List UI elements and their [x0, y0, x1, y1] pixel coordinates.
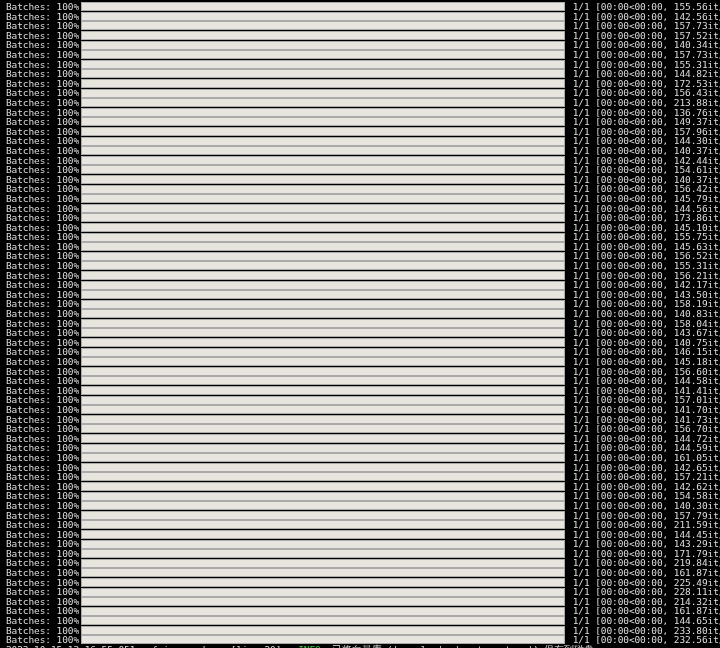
progress-bar-fill	[82, 358, 564, 365]
progress-bar	[81, 588, 565, 597]
progress-bar-fill	[82, 214, 564, 221]
progress-bar	[81, 367, 565, 376]
progress-bar-fill	[82, 339, 564, 346]
progress-bar-fill	[82, 42, 564, 49]
progress-bar	[81, 511, 565, 520]
progress-bar	[81, 137, 565, 146]
progress-bar-fill	[82, 262, 564, 269]
progress-bar-fill	[82, 502, 564, 509]
progress-bar	[81, 626, 565, 635]
progress-bar-fill	[82, 368, 564, 375]
progress-bar	[81, 252, 565, 261]
progress-bar	[81, 108, 565, 117]
progress-bar-fill	[82, 569, 564, 576]
progress-bar-fill	[82, 473, 564, 480]
progress-bar-fill	[82, 195, 564, 202]
progress-bar	[81, 338, 565, 347]
progress-meta: 1/1 [00:00<00:00, 140.30it/s]	[567, 501, 720, 511]
progress-bar-fill	[82, 493, 564, 500]
progress-bar-fill	[82, 512, 564, 519]
progress-row: Batches: 100% 1/1 [00:00<00:00, 232.56it…	[6, 635, 714, 645]
progress-bar	[81, 69, 565, 78]
progress-bar	[81, 530, 565, 539]
progress-bar-fill	[82, 186, 564, 193]
progress-bar-fill	[82, 464, 564, 471]
progress-bar	[81, 175, 565, 184]
progress-meta: 1/1 [00:00<00:00, 145.79it/s]	[567, 194, 720, 204]
progress-bar	[81, 223, 565, 232]
progress-bar	[81, 98, 565, 107]
progress-bar	[81, 348, 565, 357]
progress-bar	[81, 60, 565, 69]
progress-bar	[81, 597, 565, 606]
progress-bar-fill	[82, 320, 564, 327]
progress-bar-fill	[82, 99, 564, 106]
progress-bar	[81, 472, 565, 481]
progress-bar	[81, 578, 565, 587]
progress-bar-fill	[82, 282, 564, 289]
progress-bar	[81, 559, 565, 568]
progress-bar-fill	[82, 70, 564, 77]
progress-bar	[81, 520, 565, 529]
progress-bar	[81, 185, 565, 194]
progress-bar	[81, 127, 565, 136]
progress-bar	[81, 396, 565, 405]
progress-bar	[81, 482, 565, 491]
progress-bar	[81, 415, 565, 424]
progress-bar-fill	[82, 454, 564, 461]
progress-bar	[81, 376, 565, 385]
progress-bar	[81, 319, 565, 328]
progress-bar	[81, 233, 565, 242]
progress-bar-fill	[82, 627, 564, 634]
progress-bar	[81, 50, 565, 59]
progress-bar-fill	[82, 617, 564, 624]
progress-bar	[81, 453, 565, 462]
progress-bar	[81, 300, 565, 309]
progress-bar	[81, 271, 565, 280]
progress-bar-fill	[82, 90, 564, 97]
progress-bar-fill	[82, 224, 564, 231]
progress-bar	[81, 501, 565, 510]
progress-bar-fill	[82, 598, 564, 605]
progress-bar-fill	[82, 253, 564, 260]
progress-bar	[81, 357, 565, 366]
progress-bar-fill	[82, 291, 564, 298]
progress-bar	[81, 21, 565, 30]
progress-bar	[81, 463, 565, 472]
progress-bar-fill	[82, 589, 564, 596]
progress-bar	[81, 12, 565, 21]
progress-bar-fill	[82, 531, 564, 538]
progress-bar	[81, 213, 565, 222]
progress-bar-fill	[82, 118, 564, 125]
progress-bar-fill	[82, 397, 564, 404]
progress-bar	[81, 242, 565, 251]
progress-bar	[81, 204, 565, 213]
progress-bar-fill	[82, 109, 564, 116]
terminal[interactable]: Batches: 100% 1/1 [00:00<00:00, 155.56it…	[0, 0, 720, 648]
progress-bar-fill	[82, 483, 564, 490]
progress-bar	[81, 89, 565, 98]
progress-bar	[81, 117, 565, 126]
progress-bar-fill	[82, 166, 564, 173]
progress-bar	[81, 2, 565, 11]
progress-bar	[81, 146, 565, 155]
progress-bar	[81, 549, 565, 558]
progress-bar	[81, 635, 565, 644]
progress-bar	[81, 616, 565, 625]
progress-bar-fill	[82, 80, 564, 87]
progress-label: Batches: 100%	[6, 194, 81, 204]
progress-bar	[81, 386, 565, 395]
progress-bar-fill	[82, 349, 564, 356]
progress-bar-fill	[82, 435, 564, 442]
progress-bar-fill	[82, 157, 564, 164]
progress-bar	[81, 31, 565, 40]
progress-bar	[81, 79, 565, 88]
progress-bar	[81, 444, 565, 453]
progress-bar-fill	[82, 128, 564, 135]
progress-bar-fill	[82, 176, 564, 183]
progress-bar-fill	[82, 541, 564, 548]
progress-bar-fill	[82, 560, 564, 567]
progress-bar-fill	[82, 550, 564, 557]
progress-bar	[81, 424, 565, 433]
progress-bar	[81, 309, 565, 318]
